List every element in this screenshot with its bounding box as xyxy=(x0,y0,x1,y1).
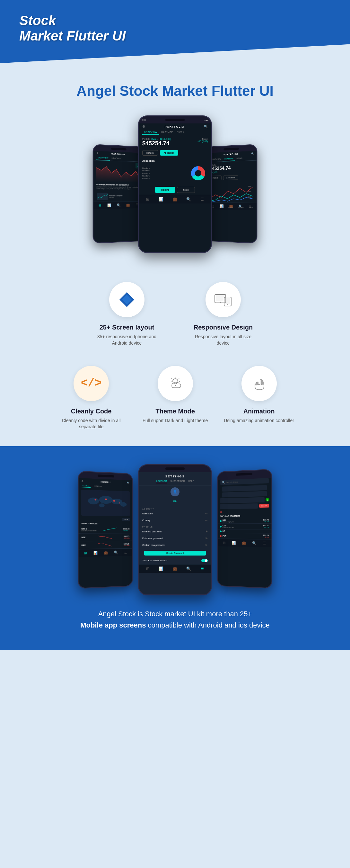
popular-row-nei: NEI National Equity Inc $10.45 +5.7% xyxy=(218,518,271,524)
sort-button[interactable]: Sort ▼ xyxy=(122,518,130,521)
nav-settings-br[interactable]: ☰ xyxy=(262,541,266,545)
tab-snapview-c[interactable]: SNAPVIEW xyxy=(142,129,159,135)
tab-account[interactable]: ACCOUNT xyxy=(156,480,167,483)
update-password-btn-wrapper: Update Password xyxy=(142,551,208,556)
nav-search-bl[interactable]: 🔍 xyxy=(114,550,118,554)
edit-icon-country[interactable]: ✏ xyxy=(205,519,208,522)
popular-searches-title: POPULAR SEARCHES xyxy=(218,514,271,518)
nav-chart-c[interactable]: 📊 xyxy=(159,197,164,202)
tab-subscriber[interactable]: SUBSCRIBER xyxy=(170,480,185,483)
nav-home-bl[interactable]: ⊞ xyxy=(84,551,87,555)
bottom-section: ⚙ HI USER :! 🔍 GLOBAL NATIONAL xyxy=(0,446,350,650)
phone-frame-bl: ⚙ HI USER :! 🔍 GLOBAL NATIONAL xyxy=(78,471,133,589)
search-submit-button[interactable]: Search xyxy=(259,504,269,507)
tab-national[interactable]: NATIONAL xyxy=(93,485,103,488)
nav-settings-bl[interactable]: ☰ xyxy=(124,550,127,554)
filter-market-value[interactable] xyxy=(220,503,258,509)
allocation-button[interactable]: Allocation xyxy=(160,150,178,156)
stats-button[interactable]: Stats xyxy=(177,187,195,193)
svg-point-2 xyxy=(195,170,201,177)
edit-icon-username[interactable]: ✏ xyxy=(205,512,208,515)
nav-portfolio-bc[interactable]: 💼 xyxy=(172,566,177,571)
screen-layout-title: 25+ Screen layout xyxy=(100,324,154,331)
nyse-chart xyxy=(103,527,116,532)
nav-home-br[interactable]: ⊞ xyxy=(223,541,225,545)
notch-bar xyxy=(111,148,127,151)
nav-chart[interactable]: 📊 xyxy=(107,204,111,207)
fvr-status-dot xyxy=(220,535,221,536)
nav-settings-c[interactable]: ☰ xyxy=(200,197,204,202)
two-factor-toggle[interactable] xyxy=(201,559,208,562)
nav-search[interactable]: 🔍 xyxy=(117,204,121,207)
filter-sector[interactable] xyxy=(222,491,267,497)
nav-portfolio-bl[interactable]: 💼 xyxy=(104,551,108,555)
bottom-nav-bl: ⊞ 📊 💼 🔍 ☰ xyxy=(79,548,132,557)
theme-mode-title: Theme Mode xyxy=(156,408,195,415)
phone-center: 9:31 ●●● ⚙ PORTFOLIO 🔍 SNAPVIEW HEATMAP … xyxy=(138,116,212,253)
notch-bar-bl xyxy=(98,474,114,477)
watchlist-item: Random newspaper 18/5/23 xyxy=(95,192,141,202)
holding-button[interactable]: Holding xyxy=(155,187,175,193)
eye-icon-new[interactable]: 👁 xyxy=(205,537,208,540)
global-screen: ⚙ HI USER :! 🔍 GLOBAL NATIONAL xyxy=(79,478,132,588)
nav-portfolio[interactable]: 💼 xyxy=(126,204,130,207)
update-password-button[interactable]: Update Password xyxy=(144,551,206,556)
feature-cleanly-code: </> Cleanly Code Cleanly code with divid… xyxy=(56,366,127,430)
footer-text: Angel Stock is Stock market UI kit more … xyxy=(38,608,312,631)
nav-search-c[interactable]: 🔍 xyxy=(186,197,191,202)
header-banner: Stock Market Flutter UI xyxy=(0,0,350,63)
phone-right: ↑ PORTFOLIO 🔍 SNAPVIEW HEATMAP NEWS Port… xyxy=(207,144,257,244)
tab-help[interactable]: HELP xyxy=(188,480,194,483)
nav-settings-bc[interactable]: ☰ xyxy=(200,566,204,571)
watchlist-thumb xyxy=(97,193,108,200)
nav-home[interactable]: ⊞ xyxy=(99,204,101,207)
main-title-section: Angel Stock Market Flutter UI xyxy=(0,63,350,109)
user-avatar: 👤 xyxy=(171,487,179,496)
animation-icon xyxy=(251,375,267,392)
edit-pencil-icon[interactable]: ✏ xyxy=(173,499,177,504)
nav-chart-br[interactable]: 📊 xyxy=(232,541,236,545)
nav-portfolio-br[interactable]: 💼 xyxy=(242,541,246,545)
cleanly-code-desc: Cleanly code with divide in all separate… xyxy=(56,417,127,430)
filter-country[interactable] xyxy=(222,485,267,492)
nav-chart-bc[interactable]: 📊 xyxy=(159,566,164,571)
allocation-button-r[interactable]: Allocation xyxy=(223,176,238,180)
animation-title: Animation xyxy=(243,408,275,415)
tab-news-r[interactable]: NEWS xyxy=(235,156,244,161)
tab-snapview-left[interactable]: SNAPVIEW xyxy=(96,156,110,161)
search-bar-placeholder[interactable]: Search stocks xyxy=(226,480,238,483)
phone-frame-bc: SETTINGS ACCOUNT SUBSCRIBER HELP 👤 ✏ ACC… xyxy=(138,464,212,595)
svg-point-13 xyxy=(228,305,228,305)
filter-brokery[interactable] xyxy=(220,497,265,503)
bottom-phone-left: ⚙ HI USER :! 🔍 GLOBAL NATIONAL xyxy=(78,471,133,589)
header-search-icon: 🔍 xyxy=(204,125,208,128)
tab-news-c[interactable]: NEWS xyxy=(175,129,186,135)
nav-portfolio-c[interactable]: 💼 xyxy=(172,197,177,202)
nav-search-br[interactable]: 🔍 xyxy=(252,541,256,545)
portfolio-change: +10 (5.07) xyxy=(198,140,208,143)
feature-screen-layout: 25+ Screen layout 35+ responsive in Ipho… xyxy=(92,282,162,346)
stock-chart-svg xyxy=(96,162,140,183)
tab-heatmap-left[interactable]: HEATMAP xyxy=(110,156,123,161)
nav-home-c[interactable]: ⊞ xyxy=(146,197,149,202)
close-icon[interactable]: ✕ xyxy=(220,510,222,514)
popular-row-fvr: FVR $90.64 -2.5% xyxy=(218,533,271,539)
return-button[interactable]: Return xyxy=(142,150,158,156)
filter-fields: ● Search xyxy=(218,485,271,509)
portfolio-title-r: PORTFOLIO xyxy=(223,153,239,156)
notch-bar-c xyxy=(165,119,185,121)
portfolio-value-r: Portfolio $45254.74 +10 (3.07) xyxy=(207,161,256,175)
theme-mode-icon-circle xyxy=(158,366,193,401)
phone-left: ⚙ WATCHLIST 🔍 SNAPVIEW HEATMAP xyxy=(93,144,144,244)
portfolio-buttons: Return Allocation xyxy=(139,148,211,157)
nav-chart-bl[interactable]: 📊 xyxy=(93,551,97,555)
eye-icon-confirm[interactable]: 👁 xyxy=(205,544,208,547)
screen-layout-icon-circle xyxy=(109,282,144,317)
tab-heatmap-c[interactable]: HEATMAP xyxy=(159,129,175,135)
tab-global[interactable]: GLOBAL xyxy=(81,484,91,488)
popular-row-cvs: CVS Chemist/Gov Corp $03.25 +5.7% xyxy=(218,524,271,529)
nav-search-bc[interactable]: 🔍 xyxy=(186,566,191,571)
tab-heatmap-r[interactable]: HEATMAP xyxy=(222,157,235,161)
nav-home-bc[interactable]: ⊞ xyxy=(146,566,149,571)
eye-icon-old[interactable]: 👁 xyxy=(205,530,208,533)
